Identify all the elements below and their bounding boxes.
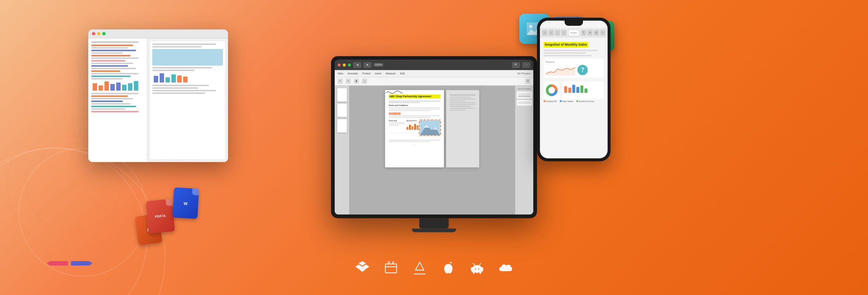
monitor: ◀ ▶ 100% 🔍 ⋯ View Annotate Protect Inser… [331, 56, 537, 218]
tool-rotate[interactable]: ↺ [525, 78, 530, 84]
svg-line-3 [625, 0, 868, 110]
pdf-sub-toolbar: ↖ T ▮ □ ↺ [335, 77, 533, 85]
browser-titlebar [88, 29, 228, 38]
pdf-page-1: ABC Shop Partnership Agreement [385, 90, 444, 167]
browser-body [88, 38, 228, 162]
phone-tool-7[interactable]: ⋯ [600, 30, 605, 36]
svg-rect-40 [473, 271, 474, 274]
phone-search[interactable]: Annoh [569, 30, 578, 35]
menu-view[interactable]: View [338, 72, 343, 75]
phone: □ ⌂ ↓ ↑ Annoh T ≡ ↺ ⋯ Snapshot of Monthl… [537, 18, 611, 161]
close-btn[interactable] [338, 63, 341, 66]
svg-rect-43 [482, 267, 483, 271]
back-btn[interactable]: ◀ [353, 62, 361, 68]
more-btn[interactable]: ⋯ [522, 62, 530, 68]
minimize-btn[interactable] [343, 63, 346, 66]
panel-content-2 [517, 100, 532, 105]
tool-text[interactable]: T [346, 78, 351, 84]
word-label: W [184, 201, 188, 206]
legend-item-2: Sales Targets [560, 100, 573, 102]
phone-tool-6[interactable]: ↺ [594, 30, 599, 36]
doc-page-preview [150, 41, 225, 159]
monitor-base [412, 228, 456, 232]
phone-tool-1[interactable]: □ [542, 30, 547, 36]
pdf-page-2 [446, 90, 479, 167]
pdf-sidebar-right: Sort by Position [515, 85, 533, 214]
svg-marker-27 [359, 261, 366, 266]
phone-chart-1: Revenue ? [544, 59, 604, 78]
arrow-container [50, 261, 89, 266]
browser-window [88, 29, 228, 162]
menu-edit[interactable]: Edit [400, 72, 405, 75]
phone-tool-4[interactable]: ↑ [561, 30, 566, 36]
monitor-stand [419, 218, 449, 228]
legend-item-3: Quarterly Forecast [576, 100, 594, 102]
pdf-pages: ABC Shop Partnership Agreement [349, 85, 515, 214]
bottom-icons-row [355, 261, 513, 277]
doc-chart [91, 81, 144, 91]
svg-rect-32 [385, 264, 396, 273]
page-number: 1 [389, 144, 440, 146]
phone-container: □ ⌂ ↓ ↑ Annoh T ≡ ↺ ⋯ Snapshot of Monthl… [537, 18, 611, 161]
menu-insert[interactable]: Insert [375, 72, 381, 75]
box-send-icon[interactable] [384, 261, 398, 277]
terms-section: Terms and Conditions [389, 105, 440, 107]
panel-content-1 [517, 91, 532, 98]
phone-donut-chart [546, 84, 558, 96]
phone-document-title: Snapshot of Monthly Sales [544, 42, 588, 48]
phone-tool-3[interactable]: ↓ [555, 30, 560, 36]
phone-chart-title: Revenue [546, 61, 602, 63]
tool-cursor[interactable]: ↖ [338, 78, 343, 84]
page-thumb-1[interactable] [337, 88, 347, 102]
phone-charts-row [544, 79, 604, 99]
pdf-menu-bar: View Annotate Protect Insert Measure Edi… [335, 70, 533, 77]
tool-highlight[interactable]: ▮ [354, 78, 359, 84]
maximize-dot[interactable] [102, 32, 106, 35]
apple-icon[interactable] [441, 261, 455, 277]
menu-annotate[interactable]: Annotate [348, 72, 358, 75]
zoom-control[interactable]: 100% [374, 63, 383, 66]
svg-line-5 [699, 0, 868, 37]
page-thumb-2[interactable] [337, 103, 347, 117]
phone-tool-5[interactable]: ≡ [587, 30, 593, 36]
mention-tag: @Michelle [389, 113, 401, 115]
page-thumb-3[interactable] [337, 119, 347, 133]
google-drive-icon[interactable] [413, 261, 427, 277]
pdf-sidebar-thumbnails [335, 85, 349, 214]
forward-btn[interactable]: ▶ [363, 62, 371, 68]
dropbox-icon[interactable] [355, 261, 369, 277]
phone-legend: Quarterly Bill Sales Targets Quarterly F… [544, 100, 604, 102]
pdf-body: ABC Shop Partnership Agreement [335, 85, 533, 214]
minimize-dot[interactable] [97, 32, 100, 35]
svg-point-44 [475, 268, 476, 270]
pdf-top-toolbar: ◀ ▶ 100% 🔍 ⋯ [335, 60, 533, 70]
monitor-container: ◀ ▶ 100% 🔍 ⋯ View Annotate Protect Inser… [331, 56, 537, 232]
phone-tool-2[interactable]: ⌂ [548, 30, 554, 36]
svg-rect-41 [480, 271, 481, 274]
pdf-viewer: ◀ ▶ 100% 🔍 ⋯ View Annotate Protect Inser… [335, 60, 533, 214]
svg-line-4 [662, 0, 868, 74]
panel-label: Sort by Position [517, 88, 532, 90]
embedded-image [419, 119, 441, 136]
menu-protect[interactable]: Protect [362, 72, 370, 75]
maximize-btn[interactable] [348, 63, 351, 66]
phone-search-label: Annoh [570, 32, 577, 34]
search-btn[interactable]: 🔍 [512, 62, 520, 68]
android-icon[interactable] [470, 261, 484, 277]
phone-notch [565, 21, 583, 26]
svg-point-45 [478, 268, 479, 270]
svg-line-46 [473, 263, 475, 265]
phone-donut-area [544, 81, 560, 99]
svg-point-26 [529, 25, 532, 28]
tool-shape[interactable]: □ [362, 78, 367, 84]
svg-marker-36 [416, 262, 424, 270]
svg-line-2 [588, 0, 868, 147]
phone-tool-T[interactable]: T [581, 30, 586, 36]
word-badge: W [172, 187, 199, 219]
onedrive-icon[interactable] [499, 261, 513, 277]
monitor-screen: ◀ ▶ 100% 🔍 ⋯ View Annotate Protect Inser… [335, 60, 533, 214]
close-dot[interactable] [92, 32, 95, 35]
menu-measure[interactable]: Measure [386, 72, 396, 75]
partnership-col: Partnership [389, 120, 405, 130]
pdfa-label: PDF/A [155, 214, 166, 219]
